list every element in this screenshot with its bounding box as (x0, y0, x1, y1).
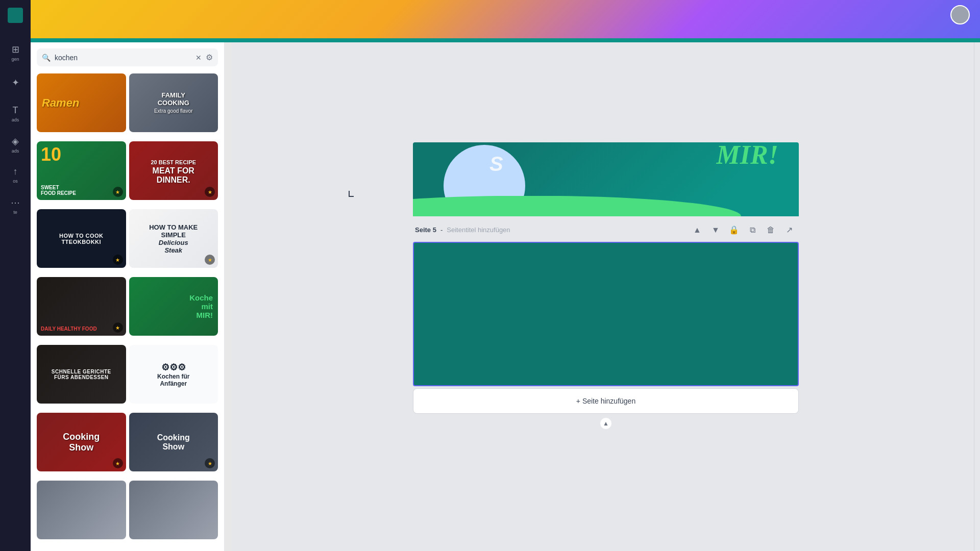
sidebar-item-design[interactable]: ⊞ gen (5, 43, 26, 62)
sidebar-item-elements[interactable]: ✦ (5, 74, 26, 92)
template-card-tteokbokki[interactable]: how to cookTTEOKBOKKI ★ (37, 209, 126, 268)
top-bar-teal (0, 38, 980, 42)
search-icon: 🔍 (42, 54, 51, 62)
premium-badge-tteokbokki: ★ (113, 255, 123, 265)
template-card-ramen[interactable]: Ramen (37, 73, 126, 132)
filter-icon[interactable]: ⚙ (206, 53, 213, 62)
card-cooking-show-1-text: CookingShow (63, 432, 100, 453)
template-card-meat[interactable]: 20 BEST RECIPEMEAT FORDINNER. ★ (129, 141, 218, 200)
main-slide[interactable]: ↺ (413, 242, 799, 386)
card-family-cooking-text: FAMILYCOOKINGExtra good flavor (154, 91, 193, 114)
sidebar-item-text[interactable]: T ads (5, 105, 26, 123)
template-card-sweet-food[interactable]: 10 SWEETFOOD RECIPE ★ (37, 141, 126, 200)
premium-badge-meat: ★ (205, 187, 215, 197)
top-bar (0, 0, 980, 38)
slide-wave (413, 196, 799, 216)
card-steak-text: HOW TO MAKESIMPLEDeliciousSteak (149, 223, 198, 254)
card-ramen-text: Ramen (42, 96, 79, 110)
template-card-schnelle[interactable]: SCHNELLE GERICHTEFÜRS ABENDESSEN (37, 345, 126, 404)
card-sweet-text: SWEETFOOD RECIPE (41, 185, 76, 196)
design-icon: ⊞ (12, 44, 19, 55)
card-schnelle-text: SCHNELLE GERICHTEFÜRS ABENDESSEN (52, 369, 111, 380)
more-icon: ⋯ (11, 197, 20, 208)
collapse-arrow-icon: ▲ (600, 417, 612, 430)
add-page-button[interactable]: + Seite hinzufügen (413, 388, 799, 414)
canvas-wrapper: S ⟶ MIR! Seite 5 - Seitentitel hinzufüge… (413, 142, 799, 431)
template-card-cooking-show-2[interactable]: CookingShow ★ (129, 413, 218, 471)
slide-s-letter: S (489, 153, 503, 176)
user-avatar[interactable] (950, 5, 970, 24)
collapse-panel-handle[interactable]: ‹ (224, 287, 225, 307)
page-number: Seite 5 (415, 226, 436, 234)
search-bar: 🔍 ✕ ⚙ (37, 48, 218, 66)
slide-above[interactable]: S ⟶ MIR! (413, 142, 799, 216)
sidebar: ⊞ gen ✦ T ads ◈ ads ↑ os ⋯ te (0, 0, 31, 551)
template-card-kochen-anfanger[interactable]: ⚙⚙⚙Kochen fürAnfänger (129, 345, 218, 404)
card-daily-text: DAILY HEALTHY FOOD (41, 326, 97, 332)
premium-badge-cs2: ★ (205, 458, 215, 468)
template-card-family-cooking[interactable]: FAMILYCOOKINGExtra good flavor (129, 73, 218, 132)
template-grid: Ramen FAMILYCOOKINGExtra good flavor 10 … (31, 70, 224, 548)
uploads-icon: ↑ (13, 166, 18, 177)
premium-badge-cs1: ★ (113, 458, 123, 468)
canvas-color-indicator[interactable] (8, 8, 23, 23)
page-delete-button[interactable]: 🗑 (763, 222, 778, 238)
main-canvas: S ⟶ MIR! Seite 5 - Seitentitel hinzufüge… (232, 42, 980, 551)
card-tteokbokki-text: how to cookTTEOKBOKKI (59, 233, 104, 245)
search-input[interactable] (55, 54, 191, 62)
text-icon: T (13, 105, 18, 116)
clear-icon[interactable]: ✕ (195, 54, 202, 62)
template-card-steak[interactable]: HOW TO MAKESIMPLEDeliciousSteak ★ (129, 209, 218, 268)
card-koche-text: KochemitMIR! (189, 293, 213, 319)
page-lock-button[interactable]: 🔒 (726, 222, 742, 238)
top-right-area (950, 5, 970, 24)
page-duplicate-button[interactable]: ⧉ (745, 222, 760, 238)
page-move-up-button[interactable]: ▲ (690, 222, 705, 238)
card-cooking-show-2-text: CookingShow (157, 433, 190, 452)
premium-badge: ★ (113, 187, 123, 197)
card-anfanger-text: ⚙⚙⚙Kochen fürAnfänger (157, 362, 189, 387)
right-scrollbar[interactable] (974, 42, 980, 551)
page-export-button[interactable]: ↗ (781, 222, 797, 238)
premium-badge-daily: ★ (113, 322, 123, 333)
sidebar-item-uploads[interactable]: ↑ os (5, 166, 26, 184)
search-panel: 🔍 ✕ ⚙ Ramen FAMILYCOOKINGExtra good flav… (31, 42, 225, 551)
elements-icon: ✦ (12, 77, 19, 88)
sidebar-item-brand[interactable]: ◈ ads (5, 135, 26, 154)
template-card-misc-2[interactable] (129, 481, 218, 539)
premium-badge-steak: ★ (205, 255, 215, 265)
template-card-cooking-show-1[interactable]: CookingShow ★ (37, 413, 126, 471)
card-meat-text: 20 BEST RECIPEMEAT FORDINNER. (151, 157, 196, 185)
slide-above-title: MIR! (717, 142, 778, 170)
sidebar-item-more[interactable]: ⋯ te (5, 196, 26, 215)
card-sweet-num: 10 (41, 144, 61, 165)
brand-icon: ◈ (12, 136, 19, 147)
template-card-misc-1[interactable] (37, 481, 126, 539)
template-card-koche[interactable]: KochemitMIR! (129, 277, 218, 336)
page-title-placeholder[interactable]: Seitentitel hinzufügen (447, 226, 510, 234)
slide-arrow: ⟶ (502, 158, 520, 172)
bottom-collapse[interactable]: ▲ (413, 416, 799, 431)
page-actions: ▲ ▼ 🔒 ⧉ 🗑 ↗ (690, 222, 797, 238)
template-card-daily-healthy[interactable]: DAILY HEALTHY FOOD ★ (37, 277, 126, 336)
page-label-area: Seite 5 - Seitentitel hinzufügen ▲ ▼ 🔒 ⧉… (413, 218, 799, 242)
page-move-down-button[interactable]: ▼ (708, 222, 723, 238)
